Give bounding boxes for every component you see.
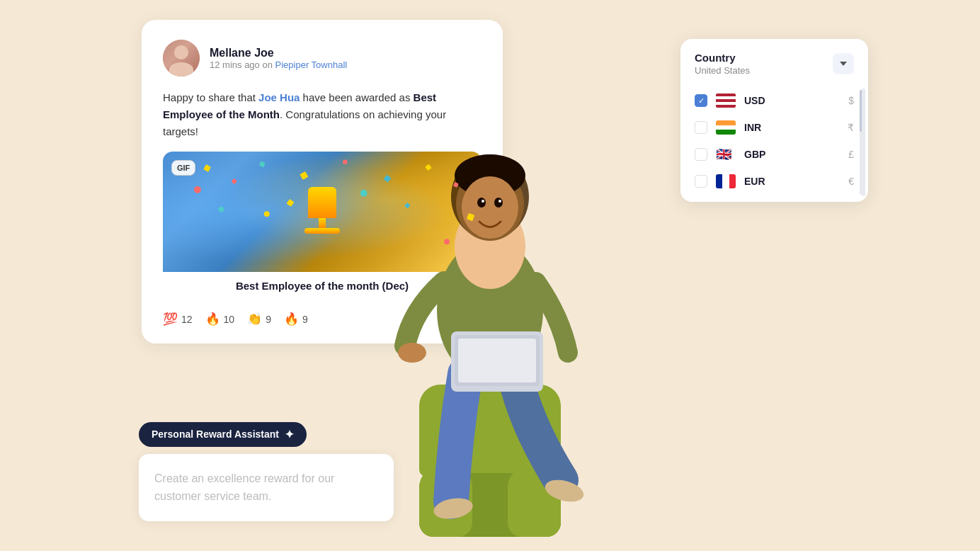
currency-item-usd[interactable]: ✓ USD $ (680, 87, 868, 114)
svg-point-13 (264, 211, 270, 217)
chair-back (419, 385, 561, 477)
reward-assistant-card: Personal Reward Assistant ✦ Create an ex… (139, 422, 394, 521)
svg-rect-28 (458, 339, 536, 382)
svg-rect-2 (259, 161, 266, 168)
reward-badge-label: Personal Reward Assistant (152, 428, 279, 440)
currency-checkbox-eur[interactable] (695, 175, 707, 188)
svg-point-29 (398, 343, 426, 363)
currency-list: ✓ USD $ INR ₹ 🇬🇧 (680, 83, 868, 202)
chair-seat (419, 473, 561, 537)
reaction-item[interactable]: 🔥 10 (205, 312, 235, 326)
chevron-down-button[interactable] (833, 53, 854, 74)
reaction-count: 9 (302, 314, 308, 325)
post-header: Mellane Joe 12 mins ago on Piepiper Town… (163, 40, 482, 76)
flag-icon-in (716, 120, 736, 135)
currency-checkbox-gbp[interactable] (695, 148, 707, 161)
post-image: GIF (163, 152, 482, 272)
post-card: Mellane Joe 12 mins ago on Piepiper Town… (142, 20, 503, 343)
reward-badge: Personal Reward Assistant ✦ (139, 422, 307, 447)
svg-point-30 (432, 495, 474, 521)
chevron-down-icon (840, 62, 847, 66)
avatar (163, 40, 200, 76)
currency-item-inr[interactable]: INR ₹ (680, 114, 868, 141)
country-header: Country United States (680, 39, 868, 83)
reaction-count: 9 (266, 314, 271, 325)
svg-rect-5 (383, 175, 391, 183)
reaction-item[interactable]: 💯 12 (163, 312, 193, 326)
venue-link[interactable]: Piepiper Townhall (275, 59, 348, 70)
country-label: Country (695, 52, 750, 64)
trophy-icon (301, 187, 343, 237)
currency-symbol-inr: ₹ (848, 122, 854, 133)
country-card: Country United States ✓ USD $ (680, 39, 868, 202)
flag-icon-gb: 🇬🇧 (716, 147, 736, 161)
svg-point-12 (194, 186, 201, 193)
svg-rect-9 (287, 199, 295, 207)
sparkle-icon: ✦ (285, 428, 294, 441)
svg-rect-8 (218, 206, 224, 212)
post-meta: Mellane Joe 12 mins ago on Piepiper Town… (210, 47, 347, 70)
post-time: 12 mins ago on Piepiper Townhall (210, 59, 347, 70)
svg-rect-7 (453, 182, 459, 188)
scrollbar-thumb[interactable] (860, 90, 862, 132)
currency-symbol-gbp: £ (848, 149, 854, 160)
chair (412, 395, 568, 551)
reward-input-placeholder[interactable]: Create an excellence reward for our cust… (154, 470, 378, 506)
svg-rect-10 (404, 203, 410, 208)
svg-point-14 (360, 190, 368, 197)
reactions-bar: 💯 12 🔥 10 👏 9 🔥 9 (163, 312, 482, 326)
reaction-count: 10 (224, 314, 235, 325)
currency-name-inr: INR (744, 122, 839, 133)
svg-rect-11 (467, 213, 474, 221)
poster-name: Mellane Joe (210, 47, 347, 59)
svg-rect-4 (343, 159, 348, 164)
highlighted-name: Joe Hua (258, 91, 300, 103)
currency-item-gbp[interactable]: 🇬🇧 GBP £ (680, 141, 868, 168)
svg-rect-1 (232, 178, 237, 184)
scrollbar-track[interactable] (860, 90, 862, 195)
currency-name-usd: USD (744, 95, 840, 106)
reaction-count: 12 (181, 314, 193, 325)
gif-badge: GIF (171, 160, 195, 176)
currency-checkbox-usd[interactable]: ✓ (695, 94, 707, 107)
chair-cushion-right (508, 466, 561, 537)
country-value: United States (695, 65, 750, 76)
svg-rect-6 (425, 164, 432, 171)
post-body: Happy to share that Joe Hua have been aw… (163, 89, 482, 140)
currency-name-gbp: GBP (744, 149, 840, 160)
svg-rect-0 (203, 164, 211, 172)
svg-point-15 (444, 239, 450, 244)
reaction-item[interactable]: 👏 9 (247, 312, 271, 326)
svg-point-31 (542, 476, 586, 506)
currency-symbol-usd: $ (848, 95, 854, 106)
post-image-wrapper: GIF Best Employee of the month (Dec) (163, 152, 482, 300)
currency-checkbox-inr[interactable] (695, 121, 707, 134)
currency-name-eur: EUR (744, 176, 840, 187)
currency-symbol-eur: € (848, 176, 854, 187)
chair-cushion-left (419, 466, 472, 537)
svg-rect-3 (300, 171, 308, 180)
post-caption: Best Employee of the month (Dec) (163, 271, 482, 300)
flag-icon-us (716, 93, 736, 108)
flag-icon-fr (716, 174, 736, 188)
currency-item-eur[interactable]: EUR € (680, 168, 868, 195)
reaction-item[interactable]: 🔥 9 (284, 312, 308, 326)
reward-input-box[interactable]: Create an excellence reward for our cust… (139, 454, 394, 521)
